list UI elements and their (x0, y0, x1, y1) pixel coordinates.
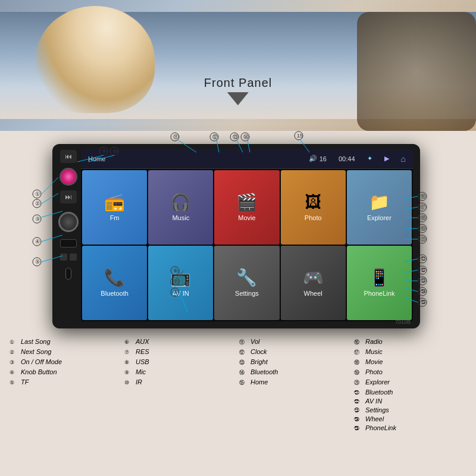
legend-24: ㉔ Wheel (354, 415, 466, 422)
photo-tile[interactable]: 🖼 Photo (281, 170, 346, 245)
home-icon-display[interactable] (401, 154, 406, 164)
main-screen: Home 16 00:44 📻 Fm (81, 149, 413, 321)
explorer-icon: 📁 (369, 194, 390, 211)
legend-3: ③ On / Off Mode (10, 358, 122, 367)
settings-label: Settings (235, 290, 259, 297)
phonelink-label: PhoneLink (364, 290, 394, 297)
phonelink-tile[interactable]: 📱 PhoneLink (347, 246, 412, 320)
wheel-tile[interactable]: 🎮 Wheel (281, 246, 346, 320)
legend-25: ㉕ PhoneLink (354, 424, 466, 431)
person-silhouette (36, 6, 155, 113)
legend-15: ⑮ Home (239, 378, 352, 387)
volume-knob[interactable] (58, 212, 79, 232)
legend-5: ⑤ TF (10, 378, 122, 387)
legend-17: ⑰ Music (354, 348, 466, 356)
time-display: 00:44 (339, 155, 355, 162)
wheel-label: Wheel (304, 290, 322, 297)
wheel-icon: 🎮 (303, 270, 324, 286)
legend-13: ⑬ Bright (239, 358, 352, 367)
play-icon (384, 155, 389, 162)
music-tile[interactable]: 🎧 Music (148, 170, 213, 245)
fm-icon: 📻 (104, 194, 125, 211)
legend-14: ⑭ Bluetooth (239, 368, 352, 377)
bright-icon-display (367, 155, 372, 162)
bluetooth-icon: 📞 (104, 270, 125, 286)
next-button[interactable]: ⏭ (60, 190, 77, 203)
small-btn-2[interactable] (70, 253, 77, 261)
left-controls: ⏮ ⏭ (57, 150, 80, 322)
movie-label: Movie (238, 214, 255, 221)
settings-tile[interactable]: 🔧 Settings (214, 246, 279, 320)
small-btn-1[interactable] (60, 253, 67, 261)
legend-2: ② Next Song (10, 348, 122, 356)
small-buttons (60, 253, 77, 261)
dim-knob[interactable] (60, 168, 77, 186)
bluetooth-label: Bluetooth (101, 290, 128, 297)
music-label: Music (172, 214, 189, 221)
settings-icon: 🔧 (236, 270, 257, 286)
sun-icon (367, 155, 372, 162)
volume-display: 16 (309, 155, 327, 162)
bluetooth-tile[interactable]: 📞 Bluetooth (82, 246, 147, 320)
avin-tile[interactable]: 📺 AV IN (148, 246, 213, 320)
front-panel-title: Front Panel (204, 76, 272, 90)
speaker-icon (309, 155, 317, 162)
music-icon: 🎧 (170, 194, 191, 211)
legend-23: ㉓ Settings (354, 406, 466, 414)
fm-label: Fm (110, 214, 120, 221)
movie-tile[interactable]: 🎬 Movie (214, 170, 279, 245)
legend-10: ⑩ IR (124, 378, 237, 387)
legend-7: ⑦ RES (124, 348, 237, 356)
phonelink-icon: 📱 (369, 270, 390, 286)
legend-1: ① Last Song (10, 338, 122, 346)
photo-label: Photo (305, 214, 322, 221)
play-icon-display (384, 155, 389, 162)
model-number: 7010B (395, 319, 411, 325)
front-panel-label: Front Panel (204, 76, 272, 105)
fm-tile[interactable]: 📻 Fm (82, 170, 147, 245)
house-icon (401, 154, 406, 164)
home-label: Home (88, 155, 297, 162)
avin-label: AV IN (173, 290, 189, 297)
front-panel-arrow (227, 92, 249, 105)
movie-icon: 🎬 (236, 194, 257, 211)
car-interior (357, 12, 476, 131)
legend-4: ④ Knob Button (10, 368, 122, 377)
app-grid: 📻 Fm 🎧 Music 🎬 Movie 🖼 Photo 📁 Explorer … (81, 169, 413, 321)
car-stereo-device: ⏮ ⏭ Home 16 00:44 (52, 144, 420, 328)
legend-21: ㉑ Bluetooth (354, 389, 466, 396)
background-scene (0, 0, 476, 131)
legend-18: ⑱ Movie (354, 358, 466, 367)
legend-9: ⑨ Mic (124, 368, 237, 377)
legend-19: ⑲ Photo (354, 368, 466, 377)
legend-16: ⑯ Radio (354, 338, 466, 346)
legend-11: ⑪ Vol (239, 338, 352, 346)
avin-icon: 📺 (170, 270, 191, 286)
legend-12: ⑫ Clock (239, 348, 352, 356)
legend-20: ⑳ Explorer (354, 378, 466, 387)
legend-6: ⑥ AUX (124, 338, 237, 346)
legend-22: ㉒ AV IN (354, 397, 466, 405)
explorer-tile[interactable]: 📁 Explorer (347, 170, 412, 245)
legend-8: ⑧ USB (124, 358, 237, 367)
explorer-label: Explorer (367, 214, 392, 221)
legend-section: ① Last Song ⑥ AUX ⑪ Vol ⑯ Radio ② Next S… (10, 338, 466, 431)
status-bar: Home 16 00:44 (81, 149, 413, 169)
photo-icon: 🖼 (305, 194, 321, 211)
tf-slot[interactable] (60, 239, 77, 248)
prev-button[interactable]: ⏮ (60, 150, 77, 163)
aux-port (65, 268, 71, 280)
